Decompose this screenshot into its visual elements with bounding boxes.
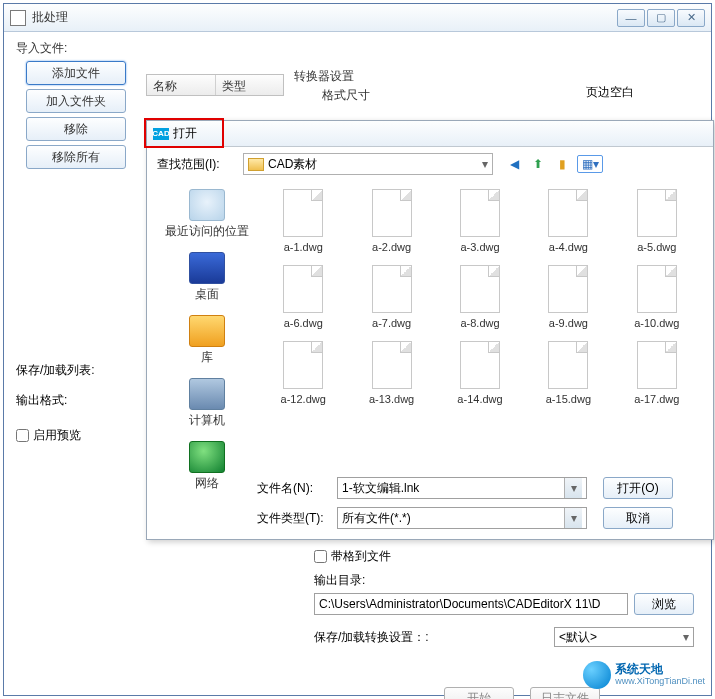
filename-label: 文件名(N): <box>257 480 329 497</box>
file-item[interactable]: a-2.dwg <box>349 185 433 257</box>
filetype-select[interactable]: 所有文件(*.*) ▾ <box>337 507 587 529</box>
file-item[interactable]: a-14.dwg <box>438 337 522 409</box>
file-label: a-6.dwg <box>284 317 323 329</box>
file-icon <box>372 341 412 389</box>
save-load-conversion: 保存/加载转换设置：: <默认> ▾ <box>314 627 694 647</box>
file-item[interactable]: a-13.dwg <box>349 337 433 409</box>
output-dir-label: 输出目录: <box>314 573 365 587</box>
file-item[interactable]: a-7.dwg <box>349 261 433 333</box>
col-name[interactable]: 名称 <box>147 75 216 95</box>
file-item[interactable]: a-4.dwg <box>526 185 610 257</box>
cad-icon: CAD <box>153 128 169 140</box>
place-library[interactable]: 库 <box>162 311 252 370</box>
back-icon[interactable]: ◀ <box>505 155 523 173</box>
save-load-conv-select[interactable]: <默认> ▾ <box>554 627 694 647</box>
striped-input[interactable] <box>314 550 327 563</box>
file-label: a-2.dwg <box>372 241 411 253</box>
open-dialog-title: 打开 <box>173 125 197 142</box>
file-label: a-10.dwg <box>634 317 679 329</box>
file-icon <box>637 265 677 313</box>
format-size-label: 格式尺寸 <box>322 88 370 102</box>
open-button[interactable]: 打开(O) <box>603 477 673 499</box>
file-icon <box>372 265 412 313</box>
import-label: 导入文件: <box>16 40 136 57</box>
file-label: a-1.dwg <box>284 241 323 253</box>
maximize-button[interactable]: ▢ <box>647 9 675 27</box>
file-item[interactable]: a-8.dwg <box>438 261 522 333</box>
file-label: a-7.dwg <box>372 317 411 329</box>
enable-preview-checkbox[interactable]: 启用预览 <box>16 427 81 444</box>
file-item[interactable]: a-1.dwg <box>261 185 345 257</box>
output-format-label: 输出格式: <box>16 392 67 409</box>
remove-all-button[interactable]: 移除所有 <box>26 145 126 169</box>
enable-preview-label: 启用预览 <box>33 427 81 444</box>
lookin-select[interactable]: CAD素材 ▾ <box>243 153 493 175</box>
close-button[interactable]: ✕ <box>677 9 705 27</box>
file-label: a-3.dwg <box>460 241 499 253</box>
chevron-down-icon: ▾ <box>683 630 689 644</box>
striped-checkbox[interactable]: 带格到文件 <box>314 548 391 565</box>
file-item[interactable]: a-3.dwg <box>438 185 522 257</box>
file-label: a-8.dwg <box>460 317 499 329</box>
file-icon <box>283 189 323 237</box>
titlebar: 批处理 — ▢ ✕ <box>4 4 711 32</box>
file-icon <box>460 265 500 313</box>
recent-icon <box>189 189 225 221</box>
places-bar: 最近访问的位置 桌面 库 计算机 <box>157 181 257 471</box>
file-icon <box>460 189 500 237</box>
file-item[interactable]: a-5.dwg <box>615 185 699 257</box>
save-load-conv-label: 保存/加载转换设置：: <box>314 629 429 646</box>
add-folder-button[interactable]: 加入文件夹 <box>26 89 126 113</box>
col-type[interactable]: 类型 <box>216 75 284 95</box>
file-icon <box>637 341 677 389</box>
app-icon <box>10 10 26 26</box>
file-item[interactable]: a-10.dwg <box>615 261 699 333</box>
remove-button[interactable]: 移除 <box>26 117 126 141</box>
add-file-button[interactable]: 添加文件 <box>26 61 126 85</box>
view-menu-icon[interactable]: ▦▾ <box>577 155 603 173</box>
lookin-folder: CAD素材 <box>268 156 317 173</box>
watermark: 系统天地 www.XiTongTianDi.net <box>583 661 705 689</box>
computer-icon <box>189 378 225 410</box>
save-load-list-label: 保存/加载列表: <box>16 362 95 379</box>
folder-icon <box>248 158 264 171</box>
browse-button[interactable]: 浏览 <box>634 593 694 615</box>
file-icon <box>460 341 500 389</box>
new-folder-icon[interactable]: ▮ <box>553 155 571 173</box>
open-dialog: CAD 打开 查找范围(I): CAD素材 ▾ ◀ ⬆ ▮ ▦▾ <box>146 120 714 540</box>
enable-preview-input[interactable] <box>16 429 29 442</box>
file-grid: a-1.dwga-2.dwga-3.dwga-4.dwga-5.dwga-6.d… <box>257 181 703 471</box>
output-dir-input[interactable]: C:\Users\Administrator\Documents\CADEdit… <box>314 593 628 615</box>
file-icon <box>548 265 588 313</box>
library-icon <box>189 315 225 347</box>
place-desktop[interactable]: 桌面 <box>162 248 252 307</box>
open-dialog-titlebar: CAD 打开 <box>147 121 713 147</box>
file-icon <box>283 341 323 389</box>
lookin-label: 查找范围(I): <box>157 156 237 173</box>
file-label: a-17.dwg <box>634 393 679 405</box>
chevron-down-icon: ▾ <box>564 508 582 528</box>
file-item[interactable]: a-15.dwg <box>526 337 610 409</box>
file-label: a-9.dwg <box>549 317 588 329</box>
converter-group-label: 转换器设置 <box>294 68 694 85</box>
filetype-label: 文件类型(T): <box>257 510 329 527</box>
cancel-button[interactable]: 取消 <box>603 507 673 529</box>
minimize-button[interactable]: — <box>617 9 645 27</box>
place-network[interactable]: 网络 <box>162 437 252 496</box>
file-item[interactable]: a-6.dwg <box>261 261 345 333</box>
network-icon <box>189 441 225 473</box>
start-button[interactable]: 开始 <box>444 687 514 699</box>
place-computer[interactable]: 计算机 <box>162 374 252 433</box>
up-icon[interactable]: ⬆ <box>529 155 547 173</box>
file-icon <box>548 189 588 237</box>
file-item[interactable]: a-9.dwg <box>526 261 610 333</box>
window-title: 批处理 <box>32 9 617 26</box>
file-item[interactable]: a-17.dwg <box>615 337 699 409</box>
chevron-down-icon: ▾ <box>482 157 488 171</box>
desktop-icon <box>189 252 225 284</box>
converter-group: 转换器设置 格式尺寸 <box>294 68 694 104</box>
filename-input[interactable]: 1-软文编辑.lnk ▾ <box>337 477 587 499</box>
place-recent[interactable]: 最近访问的位置 <box>162 185 252 244</box>
output-dir-group: 输出目录: C:\Users\Administrator\Documents\C… <box>314 572 694 615</box>
file-item[interactable]: a-12.dwg <box>261 337 345 409</box>
